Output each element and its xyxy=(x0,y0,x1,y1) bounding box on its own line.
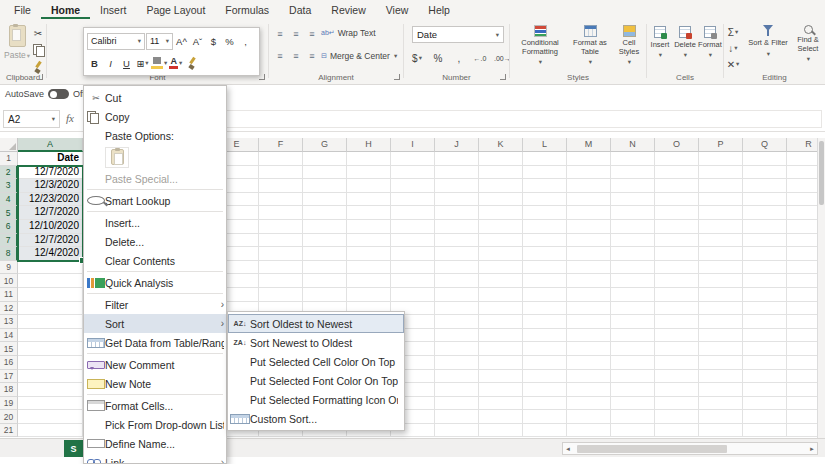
align-center-button[interactable]: ≡ xyxy=(289,49,303,63)
cell-f2[interactable] xyxy=(259,166,303,180)
cell-k21[interactable] xyxy=(479,424,523,438)
cell-q10[interactable] xyxy=(743,274,787,288)
cell-l18[interactable] xyxy=(523,383,567,397)
cell-h9[interactable] xyxy=(347,261,391,275)
context-menu-item-insert[interactable]: Insert... xyxy=(84,213,226,232)
cell-h10[interactable] xyxy=(347,274,391,288)
cell-n19[interactable] xyxy=(611,397,655,411)
cell-j8[interactable] xyxy=(435,247,479,261)
cell-a12[interactable] xyxy=(18,302,83,316)
cell-m6[interactable] xyxy=(567,220,611,234)
cell-h4[interactable] xyxy=(347,193,391,207)
cell-m20[interactable] xyxy=(567,410,611,424)
italic-button[interactable]: I xyxy=(103,55,118,72)
cell-m15[interactable] xyxy=(567,342,611,356)
cell-m18[interactable] xyxy=(567,383,611,397)
cell-f8[interactable] xyxy=(259,247,303,261)
dialog-launcher-icon[interactable] xyxy=(37,74,43,80)
cell-g8[interactable] xyxy=(303,247,347,261)
align-middle-button[interactable]: ≡ xyxy=(289,27,303,41)
borders-button[interactable]: ⊞▾ xyxy=(135,55,150,72)
cell-m10[interactable] xyxy=(567,274,611,288)
cell-p8[interactable] xyxy=(699,247,743,261)
cell-q9[interactable] xyxy=(743,261,787,275)
cell-n9[interactable] xyxy=(611,261,655,275)
cell-j1[interactable] xyxy=(435,152,479,166)
cell-j4[interactable] xyxy=(435,193,479,207)
cell-m7[interactable] xyxy=(567,234,611,248)
cell-h6[interactable] xyxy=(347,220,391,234)
cell-l15[interactable] xyxy=(523,342,567,356)
cell-o3[interactable] xyxy=(655,179,699,193)
context-menu-item-smart-lookup[interactable]: Smart Lookup xyxy=(84,191,226,210)
cell-n17[interactable] xyxy=(611,370,655,384)
cell-r1[interactable] xyxy=(787,152,817,166)
cell-n18[interactable] xyxy=(611,383,655,397)
horizontal-scrollbar[interactable]: ◄ ► xyxy=(562,442,818,455)
cell-j21[interactable] xyxy=(435,424,479,438)
column-header-q[interactable]: Q xyxy=(743,138,787,152)
row-header-16[interactable]: 16 xyxy=(0,356,18,370)
cell-l3[interactable] xyxy=(523,179,567,193)
cell-k8[interactable] xyxy=(479,247,523,261)
cell-i6[interactable] xyxy=(391,220,435,234)
cell-m8[interactable] xyxy=(567,247,611,261)
fill-color-button[interactable]: ▾ xyxy=(151,55,167,72)
cell-l1[interactable] xyxy=(523,152,567,166)
cell-r15[interactable] xyxy=(787,342,817,356)
cell-r5[interactable] xyxy=(787,206,817,220)
cell-m9[interactable] xyxy=(567,261,611,275)
cell-m3[interactable] xyxy=(567,179,611,193)
row-header-8[interactable]: 8 xyxy=(0,247,18,261)
cell-l20[interactable] xyxy=(523,410,567,424)
cell-styles-button[interactable]: Cell Styles ▾ xyxy=(614,25,644,67)
cell-p7[interactable] xyxy=(699,234,743,248)
comma-style-button[interactable]: , xyxy=(452,51,466,65)
context-menu-item-pick-from-drop-down-list[interactable]: Pick From Drop-down List... xyxy=(84,415,226,434)
row-header-15[interactable]: 15 xyxy=(0,342,18,356)
cell-l13[interactable] xyxy=(523,315,567,329)
cell-f5[interactable] xyxy=(259,206,303,220)
cell-j5[interactable] xyxy=(435,206,479,220)
cell-k11[interactable] xyxy=(479,288,523,302)
row-header-10[interactable]: 10 xyxy=(0,274,18,288)
tab-file[interactable]: File xyxy=(4,0,41,19)
cell-o15[interactable] xyxy=(655,342,699,356)
cell-j17[interactable] xyxy=(435,370,479,384)
column-header-p[interactable]: P xyxy=(699,138,743,152)
context-menu-item-define-name[interactable]: Define Name... xyxy=(84,434,226,453)
tab-help[interactable]: Help xyxy=(418,0,460,19)
cell-m4[interactable] xyxy=(567,193,611,207)
cell-k19[interactable] xyxy=(479,397,523,411)
column-header-r[interactable]: R xyxy=(787,138,817,152)
cell-k2[interactable] xyxy=(479,166,523,180)
cell-r18[interactable] xyxy=(787,383,817,397)
cell-l5[interactable] xyxy=(523,206,567,220)
cell-r20[interactable] xyxy=(787,410,817,424)
cell-l14[interactable] xyxy=(523,329,567,343)
fx-icon[interactable]: fx xyxy=(66,112,74,124)
cell-n10[interactable] xyxy=(611,274,655,288)
cell-l12[interactable] xyxy=(523,302,567,316)
cell-k12[interactable] xyxy=(479,302,523,316)
column-header-h[interactable]: H xyxy=(347,138,391,152)
cell-q21[interactable] xyxy=(743,424,787,438)
cell-l6[interactable] xyxy=(523,220,567,234)
cell-g3[interactable] xyxy=(303,179,347,193)
cell-a13[interactable] xyxy=(18,315,83,329)
cell-i11[interactable] xyxy=(391,288,435,302)
cell-n4[interactable] xyxy=(611,193,655,207)
context-menu-item-filter[interactable]: Filter› xyxy=(84,295,226,314)
cell-i1[interactable] xyxy=(391,152,435,166)
merge-center-button[interactable]: ⊟ Merge & Center ▾ xyxy=(321,51,397,61)
vertical-scrollbar-thumb[interactable] xyxy=(819,141,824,205)
cell-q4[interactable] xyxy=(743,193,787,207)
cell-l2[interactable] xyxy=(523,166,567,180)
context-menu-item-new-comment[interactable]: New Comment xyxy=(84,355,226,374)
cell-m16[interactable] xyxy=(567,356,611,370)
clear-button[interactable]: ✕▾ xyxy=(726,57,740,71)
increase-decimal-button[interactable]: ←.0 xyxy=(473,51,487,65)
accounting-format-button[interactable]: $▾ xyxy=(410,51,424,65)
tab-review[interactable]: Review xyxy=(321,0,375,19)
cell-p4[interactable] xyxy=(699,193,743,207)
